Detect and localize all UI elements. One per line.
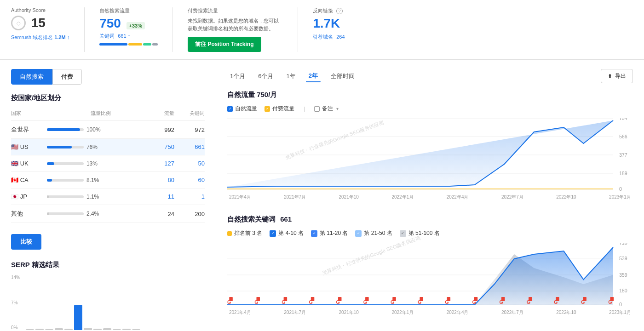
svg-rect-47 [556, 297, 559, 301]
keyword-count: 关键词 661 ↑ [99, 33, 158, 40]
serp-bar [26, 329, 34, 330]
country-cell: 其他 [11, 205, 47, 223]
svg-rect-35 [229, 297, 233, 301]
compare-button[interactable]: 比较 [11, 234, 41, 250]
progress-fill [47, 195, 49, 198]
traffic-chart-title: 自然流量 750/月 [227, 91, 633, 99]
flag-icon: 🇯🇵 [11, 193, 18, 200]
keywords-link[interactable]: 1 [201, 193, 205, 200]
col-traffic-ratio: 流量比例 [47, 110, 154, 121]
progress-bar [47, 179, 84, 182]
kw-legend-51-100: ✓ 第 51-100 名 [400, 229, 440, 237]
traffic-ratio-cell: 8.1% [47, 172, 154, 188]
keyword-section: 自然搜索关键词 661 排名前 3 名 ✓ 第 4-10 名 ✓ [227, 215, 633, 316]
dropdown-arrow-icon[interactable]: ▾ [336, 106, 339, 111]
svg-rect-40 [365, 297, 369, 301]
kw-checkbox-11-20[interactable]: ✓ [311, 230, 317, 237]
organic-traffic-label: 自然搜索流量 [99, 7, 158, 14]
time-btn-6m[interactable]: 6个月 [255, 71, 276, 82]
svg-rect-37 [284, 297, 288, 301]
serp-bar-highlight [74, 305, 82, 330]
traffic-link[interactable]: 127 [164, 160, 174, 167]
organic-traffic-value: 750 [99, 16, 121, 30]
progress-bar [47, 162, 84, 165]
time-btn-all[interactable]: 全部时间 [328, 71, 357, 82]
export-button[interactable]: ⬆ 导出 [601, 69, 633, 83]
svg-text:718: 718 [619, 243, 627, 245]
progress-bar [47, 212, 84, 215]
keyword-x-labels: 2021年4月 2021年7月 2021年10 2022年1月 2022年4月 … [227, 309, 633, 316]
traffic-link[interactable]: 750 [164, 143, 174, 150]
semrush-rank: Semrush 域名排名 1.2M ↑ [11, 34, 69, 41]
svg-rect-43 [447, 297, 451, 301]
backlinks-value: 1.7K [313, 17, 372, 30]
left-panel: 自然搜索 付费 按国家/地区划分 国家 流量比例 流量 关键词 全世界 100%… [0, 60, 216, 331]
progress-fill [47, 212, 49, 215]
traffic-cell: 80 [154, 172, 174, 188]
keywords-link[interactable]: 50 [198, 160, 205, 167]
country-cell: 全世界 [11, 121, 47, 139]
legend-notes-box[interactable] [314, 106, 320, 112]
kw-legend-21-50: ✓ 第 21-50 名 [355, 229, 392, 237]
col-country: 国家 [11, 110, 47, 121]
country-table: 国家 流量比例 流量 关键词 全世界 100% 992972🇺🇸 US 76% … [11, 110, 205, 223]
keywords-cell: 972 [174, 121, 205, 139]
paid-search-block: 付费搜索流量 未找到数据。如果这是您的域名，您可以获取关键词排名相关的所有必要数… [188, 7, 298, 52]
serp-y-labels: 14% 7% 0% [11, 275, 24, 330]
serp-bars [26, 275, 205, 330]
traffic-cell: 24 [154, 205, 174, 223]
backlinks-info-icon[interactable]: ? [336, 8, 343, 14]
legend-organic-checkbox[interactable]: ✓ [227, 106, 233, 112]
traffic-ratio-cell: 76% [47, 139, 154, 155]
authority-circle-icon: ◌ [11, 16, 26, 30]
keyword-legend: 排名前 3 名 ✓ 第 4-10 名 ✓ 第 11-20 名 ✓ [227, 229, 633, 237]
keywords-link[interactable]: 60 [198, 177, 205, 183]
legend-paid-checkbox[interactable]: ✓ [264, 106, 270, 112]
traffic-chart-area: 光算科技・行业领先的Google SEO服务供应商 [227, 118, 633, 200]
svg-text:189: 189 [619, 171, 627, 176]
keywords-cell: 60 [174, 172, 205, 188]
kw-checkbox-21-50[interactable]: ✓ [355, 230, 362, 237]
table-row: 其他 2.4% 24200 [11, 205, 205, 223]
svg-rect-46 [529, 297, 532, 301]
svg-rect-39 [338, 297, 342, 301]
keywords-link[interactable]: 661 [195, 143, 205, 150]
time-btn-1m[interactable]: 1个月 [227, 71, 248, 82]
svg-text:0: 0 [619, 187, 622, 192]
flag-icon: 🇨🇦 [11, 177, 18, 183]
traffic-cell: 992 [154, 121, 174, 139]
col-traffic: 流量 [154, 110, 174, 121]
serp-bar [35, 329, 44, 330]
country-section-title: 按国家/地区划分 [11, 94, 205, 103]
kw-checkbox-4-10[interactable]: ✓ [270, 230, 276, 237]
paid-search-desc: 未找到数据。如果这是您的域名，您可以获取关键词排名相关的所有必要数据。 [188, 17, 280, 32]
tab-paid[interactable]: 付费 [52, 69, 82, 85]
progress-fill [47, 128, 80, 131]
time-btn-2y[interactable]: 2年 [306, 70, 321, 82]
col-keywords: 关键词 [174, 110, 205, 121]
country-cell: 🇺🇸 US [11, 139, 47, 155]
keywords-cell: 200 [174, 205, 205, 223]
kw-checkbox-51-100[interactable]: ✓ [400, 230, 406, 237]
organic-traffic-block: 自然搜索流量 750 +33% 关键词 661 ↑ [99, 7, 173, 52]
legend-paid: ✓ 付费流量 [264, 105, 294, 113]
svg-rect-44 [474, 297, 478, 301]
traffic-link[interactable]: 80 [168, 177, 174, 183]
table-row: 🇨🇦 CA 8.1% 8060 [11, 172, 205, 188]
backlinks-block: 反向链接 ? 1.7K 引荐域名 264 [313, 7, 386, 52]
svg-rect-48 [583, 297, 586, 301]
tab-organic[interactable]: 自然搜索 [11, 69, 52, 85]
svg-text:539: 539 [619, 256, 627, 261]
traffic-link[interactable]: 11 [168, 193, 174, 200]
traffic-chart-svg: 754 566 377 189 0 [227, 118, 633, 192]
traffic-ratio-cell: 13% [47, 155, 154, 172]
progress-fill [47, 179, 52, 182]
legend-notes: 备注 ▾ [314, 105, 339, 113]
traffic-cell: 127 [154, 155, 174, 172]
position-tracking-button[interactable]: 前往 Position Tracking [188, 37, 261, 52]
traffic-ratio-cell: 100% [47, 121, 154, 139]
progress-fill [47, 146, 72, 148]
svg-text:377: 377 [619, 153, 627, 158]
svg-text:566: 566 [619, 134, 627, 139]
time-btn-1y[interactable]: 1年 [283, 71, 298, 82]
